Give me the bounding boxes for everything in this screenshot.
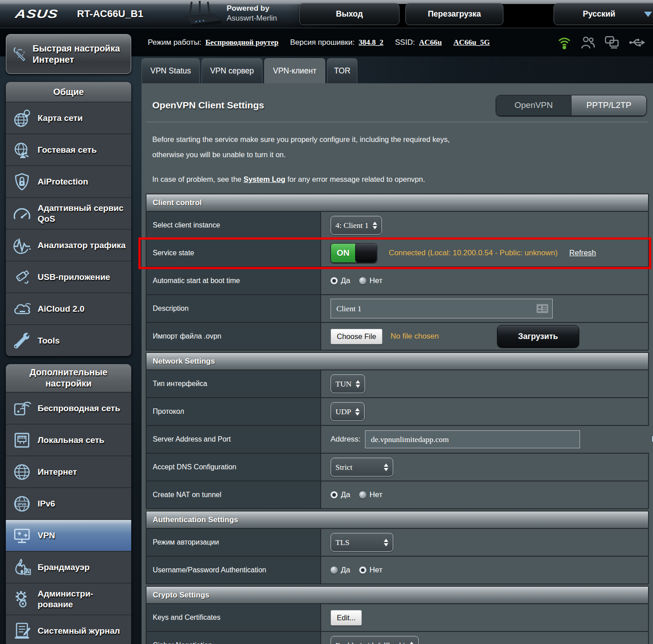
select-arrows-icon	[356, 380, 360, 388]
service-state-row: Service state ON Connected (Local: 10.20…	[146, 240, 648, 267]
ssid-24-link[interactable]: AC66u	[419, 38, 442, 47]
sidebar-item-traffic-analyzer[interactable]: Анализатор трафика	[6, 229, 131, 261]
row-label: Keys and Certificates	[146, 604, 321, 631]
toggle-knob	[355, 244, 377, 262]
traffic-analyzer-icon	[12, 236, 32, 255]
sidebar-item-label: IPv6	[38, 498, 55, 509]
sidebar-item-tools[interactable]: Tools	[6, 324, 131, 356]
autostart-no-option[interactable]: Нет	[359, 276, 382, 285]
qos-gauge-icon	[12, 204, 32, 223]
quick-setup-button[interactable]: Быстрая настройка Интернет	[6, 34, 131, 74]
tab-vpn-server[interactable]: VPN сервер	[202, 58, 262, 83]
refresh-link[interactable]: Refresh	[569, 249, 596, 258]
radio-icon[interactable]	[359, 491, 366, 498]
pptp-l2tp-button[interactable]: PPTP/L2TP	[571, 95, 646, 116]
tab-vpn-client[interactable]: VPN-клиент	[264, 58, 325, 83]
select-arrows-icon	[373, 222, 377, 229]
interface-type-select[interactable]: TUN	[331, 374, 365, 393]
sidebar-item-aicloud[interactable]: AiCloud 2.0	[6, 292, 131, 324]
sidebar-item-ipv6[interactable]: IPV6 IPv6	[6, 487, 131, 519]
sidebar-item-internet[interactable]: Интернет	[6, 455, 131, 487]
auth-settings-table: Authentication Settings Режим авторизаци…	[146, 511, 649, 584]
sidebar-item-qos[interactable]: Адаптивный сервис QoS	[6, 197, 131, 229]
sidebar-item-guest-network[interactable]: Гостевая сеть	[6, 133, 131, 165]
userpass-yes-option[interactable]: Да	[331, 566, 350, 575]
lan-icon	[12, 430, 32, 450]
sidebar-item-aiprotection[interactable]: AiProtection	[6, 165, 131, 197]
row-label: Create NAT on tunnel	[146, 481, 321, 508]
sidebar-item-network-map[interactable]: Карта сети	[6, 102, 131, 133]
router-info: Режим работы: Беспроводной роутер Версия…	[148, 28, 490, 56]
address-label: Address:	[331, 435, 361, 444]
import-ovpn-row: Импорт файла .ovpn Choose File No file c…	[146, 323, 648, 350]
edit-keys-button[interactable]: Edit...	[331, 610, 362, 626]
openvpn-button[interactable]: OpenVPN	[496, 95, 571, 116]
ipv6-icon: IPV6	[12, 494, 32, 514]
keys-certificates-row: Keys and Certificates Edit...	[146, 604, 648, 632]
sidebar-item-wireless[interactable]: Беспроводная сеть	[6, 392, 131, 424]
parental-control-icon[interactable]	[580, 36, 596, 49]
radio-selected-icon[interactable]	[359, 567, 366, 574]
radio-icon[interactable]	[359, 277, 366, 284]
network-settings-table: Network Settings Тип интерфейса TUN Прот…	[146, 352, 649, 509]
description-input[interactable]	[331, 299, 553, 318]
router-model: RT-AC66U_B1	[77, 8, 143, 20]
userpass-no-option[interactable]: Нет	[359, 566, 382, 575]
sidebar-item-lan[interactable]: Локальная сеть	[6, 424, 131, 455]
upload-button[interactable]: Загрузить	[497, 325, 579, 348]
file-status-text: No file chosen	[391, 332, 439, 341]
sidebar-item-vpn[interactable]: VPN	[6, 519, 131, 551]
problem-text: In case of problem, see the System Log f…	[152, 175, 649, 184]
section-header: Client control	[146, 194, 648, 212]
mode-link[interactable]: Беспроводной роутер	[206, 38, 279, 47]
wrench-icon	[12, 331, 32, 351]
sidebar-section-advanced: Дополнительные настройки Беспроводная се…	[6, 364, 131, 644]
tab-tor[interactable]: TOR	[327, 58, 357, 83]
client-instance-select[interactable]: 4: Client 1	[331, 216, 382, 235]
quick-setup-label: Быстрая настройка Интернет	[33, 43, 126, 65]
choose-file-button[interactable]: Choose File	[331, 329, 382, 344]
sidebar-item-usb-app[interactable]: USB-приложение	[6, 261, 131, 292]
server-address-input[interactable]	[365, 430, 580, 448]
logout-button[interactable]: Выход	[299, 3, 400, 25]
reboot-button[interactable]: Перезагрузка	[405, 3, 503, 25]
radio-selected-icon[interactable]	[331, 491, 338, 498]
contact-card-icon[interactable]	[536, 304, 549, 313]
nat-no-option[interactable]: Нет	[359, 490, 382, 499]
firmware-link[interactable]: 384.8_2	[359, 38, 383, 47]
clients-icon[interactable]	[605, 36, 620, 49]
sidebar-item-label: Гостевая сеть	[38, 145, 97, 155]
sidebar-item-system-log[interactable]: Системный журнал	[6, 614, 131, 644]
sidebar-item-administration[interactable]: Администри-рование	[6, 583, 131, 614]
toggle-on-label: ON	[331, 244, 355, 262]
accept-dns-select[interactable]: Strict	[331, 458, 393, 477]
auth-mode-row: Режим авторизации TLS	[146, 529, 648, 557]
system-log-link[interactable]: System Log	[244, 175, 286, 183]
sidebar-item-firewall[interactable]: Брандмауэр	[6, 551, 131, 583]
nat-yes-option[interactable]: Да	[331, 490, 350, 499]
radio-selected-icon[interactable]	[331, 277, 338, 284]
guest-network-icon	[12, 140, 32, 160]
protocol-row: Протокол UDP	[146, 398, 648, 426]
section-header: Crypto Settings	[146, 587, 648, 604]
userpass-auth-row: Username/Password Authentication Да Нет	[146, 557, 648, 584]
sidebar-item-label: VPN	[38, 530, 55, 541]
usb-icon[interactable]	[629, 37, 645, 48]
service-state-toggle[interactable]: ON	[331, 243, 377, 263]
ssid-5g-link[interactable]: AC66u_5G	[453, 38, 490, 47]
row-label: Режим авторизации	[146, 529, 321, 556]
tab-vpn-status[interactable]: VPN Status	[142, 58, 200, 83]
status-icons	[557, 28, 645, 56]
ssid-label: SSID:	[395, 38, 415, 47]
radio-icon[interactable]	[331, 567, 338, 574]
protocol-select[interactable]: UDP	[331, 402, 365, 421]
autostart-yes-option[interactable]: Да	[331, 276, 350, 285]
language-value: Русский	[554, 9, 644, 19]
language-dropdown[interactable]: Русский	[554, 3, 653, 25]
wifi-icon[interactable]	[557, 35, 571, 50]
cipher-negotiation-select[interactable]: Enable (with fallback)	[331, 636, 419, 644]
sidebar-section-general: Общие Карта сети	[6, 82, 131, 356]
sidebar-item-label: Локальная сеть	[38, 435, 104, 446]
accept-dns-row: Accept DNS Configuration Strict	[146, 454, 648, 481]
auth-mode-select[interactable]: TLS	[331, 533, 393, 552]
